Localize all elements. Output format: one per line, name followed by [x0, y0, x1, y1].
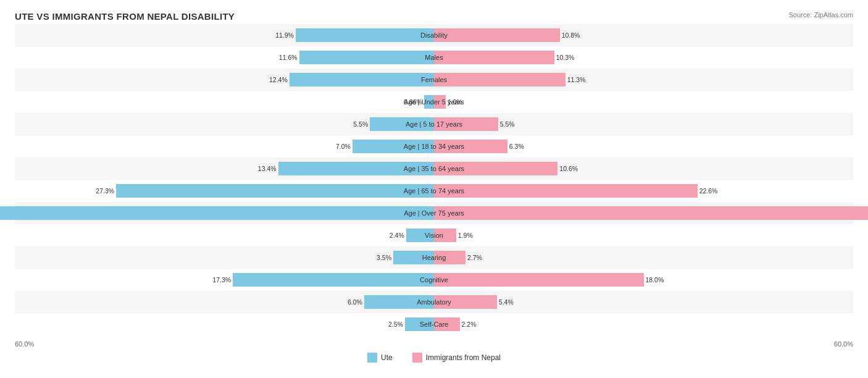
- table-row: Disability 11.9% 10.8%: [15, 24, 853, 46]
- table-row: Hearing 3.5% 2.7%: [15, 246, 853, 269]
- x-axis: 60.0% 60.0%: [15, 339, 853, 349]
- bar-section: Females 12.4% 11.3%: [15, 69, 853, 91]
- table-row: Age | Over 75 years 52.6% 46.6%: [15, 202, 853, 224]
- table-row: Ambulatory 6.0% 5.4%: [15, 291, 853, 313]
- val-left: 0.86%: [404, 98, 422, 106]
- val-right: 10.3%: [556, 54, 575, 61]
- val-left: 3.5%: [377, 254, 391, 261]
- row-label: Females: [421, 76, 447, 83]
- bar-section: Self-Care 2.5% 2.2%: [15, 313, 853, 335]
- val-right: 2.2%: [462, 321, 477, 328]
- table-row: Males 11.6% 10.3%: [15, 46, 853, 69]
- bar-section: Age | Under 5 years 0.86% 1.0%: [15, 91, 853, 113]
- val-right: 10.8%: [562, 32, 580, 39]
- val-right: 18.0%: [646, 276, 664, 284]
- bar-section: Males 11.6% 10.3%: [15, 46, 853, 69]
- val-right: 2.7%: [467, 254, 482, 261]
- legend-nepal: Immigrants from Nepal: [412, 353, 501, 363]
- source-label: Source: ZipAtlas.com: [788, 11, 853, 19]
- legend: Ute Immigrants from Nepal: [15, 353, 853, 363]
- val-right: 1.0%: [448, 98, 462, 106]
- table-row: Vision 2.4% 1.9%: [15, 224, 853, 246]
- bar-ute: [0, 206, 434, 220]
- chart-title: UTE VS IMMIGRANTS FROM NEPAL DISABILITY: [15, 11, 853, 22]
- bar-ute: [233, 273, 434, 287]
- row-label: Self-Care: [420, 321, 448, 328]
- val-left: 2.4%: [390, 232, 404, 239]
- val-right: 22.6%: [699, 187, 718, 195]
- bar-ute: [296, 28, 434, 42]
- val-right: 10.6%: [559, 165, 578, 172]
- row-label: Disability: [420, 32, 448, 39]
- bar-section: Disability 11.9% 10.8%: [15, 24, 853, 46]
- table-row: Age | 18 to 34 years 7.0% 6.3%: [15, 135, 853, 158]
- bar-nepal: [434, 73, 565, 86]
- ute-color-swatch: [367, 353, 377, 363]
- nepal-color-swatch: [412, 353, 422, 363]
- bar-section: Age | 65 to 74 years 27.3% 22.6%: [15, 180, 853, 202]
- chart-area: Disability 11.9% 10.8% Males 11.6% 10.3%…: [15, 24, 853, 339]
- row-label: Males: [425, 54, 443, 61]
- x-axis-right: 60.0%: [834, 340, 853, 348]
- val-left: 13.4%: [258, 165, 277, 172]
- bar-nepal: [434, 184, 698, 198]
- val-left: 2.5%: [388, 321, 403, 328]
- row-label: Vision: [425, 232, 443, 239]
- bar-section: Hearing 3.5% 2.7%: [15, 246, 853, 269]
- val-left: 5.5%: [353, 120, 368, 128]
- val-right: 11.3%: [567, 76, 586, 83]
- table-row: Age | 65 to 74 years 27.3% 22.6%: [15, 180, 853, 202]
- row-label: Ambulatory: [417, 298, 451, 306]
- nepal-label: Immigrants from Nepal: [426, 353, 501, 362]
- bar-ute: [299, 51, 434, 64]
- bar-section: Age | 18 to 34 years 7.0% 6.3%: [15, 135, 853, 158]
- row-label: Hearing: [422, 254, 446, 261]
- val-left: 27.3%: [96, 187, 114, 195]
- table-row: Age | 35 to 64 years 13.4% 10.6%: [15, 158, 853, 180]
- legend-ute: Ute: [367, 353, 393, 363]
- row-label: Age | Over 75 years: [404, 209, 464, 217]
- bar-section: Age | 35 to 64 years 13.4% 10.6%: [15, 158, 853, 180]
- ute-label: Ute: [381, 353, 393, 362]
- bar-nepal: [434, 28, 560, 42]
- chart-container: UTE VS IMMIGRANTS FROM NEPAL DISABILITY …: [0, 0, 868, 378]
- table-row: Age | 5 to 17 years 5.5% 5.5%: [15, 113, 853, 135]
- row-label: Cognitive: [420, 276, 448, 284]
- val-right: 5.4%: [499, 298, 514, 306]
- val-left: 7.0%: [336, 143, 351, 150]
- row-label: Age | 65 to 74 years: [404, 187, 464, 195]
- bar-ute: [290, 73, 434, 86]
- table-row: Females 12.4% 11.3%: [15, 69, 853, 91]
- bar-nepal: [434, 273, 644, 287]
- bar-section: Vision 2.4% 1.9%: [15, 224, 853, 246]
- table-row: Self-Care 2.5% 2.2%: [15, 313, 853, 335]
- bar-section: Age | 5 to 17 years 5.5% 5.5%: [15, 113, 853, 135]
- val-left: 11.6%: [279, 54, 298, 61]
- bar-section: Age | Over 75 years 52.6% 46.6%: [15, 202, 853, 224]
- x-axis-left: 60.0%: [15, 340, 34, 348]
- val-right: 1.9%: [458, 232, 473, 239]
- val-left: 11.9%: [275, 32, 294, 39]
- table-row: Cognitive 17.3% 18.0%: [15, 269, 853, 291]
- bar-nepal: [434, 51, 554, 64]
- val-right: 5.5%: [500, 120, 515, 128]
- table-row: Age | Under 5 years 0.86% 1.0%: [15, 91, 853, 113]
- val-left: 17.3%: [212, 276, 231, 284]
- bar-section: Cognitive 17.3% 18.0%: [15, 269, 853, 291]
- val-right: 6.3%: [509, 143, 524, 150]
- bar-section: Ambulatory 6.0% 5.4%: [15, 291, 853, 313]
- row-label: Age | 18 to 34 years: [404, 143, 464, 150]
- val-left: 6.0%: [348, 298, 362, 306]
- bar-ute: [116, 184, 434, 198]
- val-left: 12.4%: [269, 76, 288, 83]
- row-label: Age | 35 to 64 years: [404, 165, 464, 172]
- bar-nepal: [434, 206, 868, 220]
- row-label: Age | 5 to 17 years: [406, 120, 462, 128]
